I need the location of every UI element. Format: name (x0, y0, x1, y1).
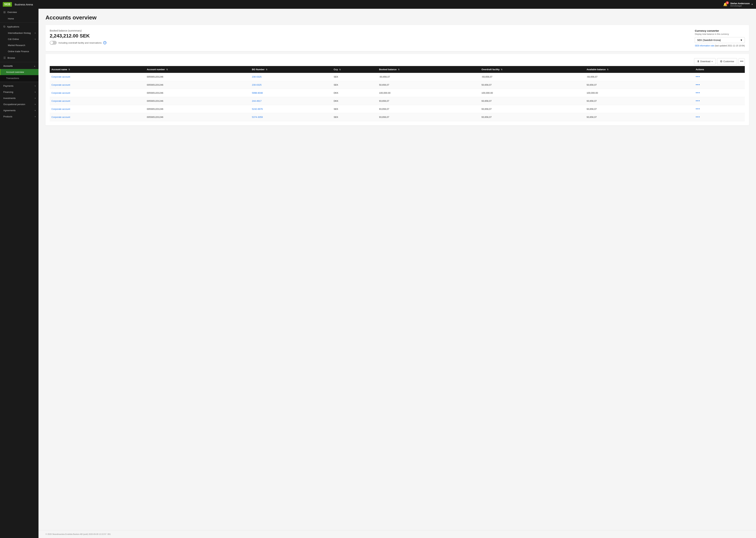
actions-menu-button-1[interactable]: ••• (696, 83, 700, 86)
col-booked-balance[interactable]: Booked balance ⇅ (377, 66, 480, 73)
sidebar-payments-label: Payments (3, 84, 33, 87)
col-account-name[interactable]: Account name ⇅ (50, 66, 145, 73)
sidebar-item-home[interactable]: Home (0, 16, 38, 22)
cell-available-balance-2: 100,000.00 (585, 89, 694, 97)
sidebar-applications-label: Applications (7, 26, 36, 28)
table-header: Account name ⇅ Account number ⇅ BG Numbe… (50, 66, 745, 73)
col-ccy-label: Ccy (334, 68, 338, 71)
topbar-right: 🔔 8 Stefan Andersson Demobolaget ▼ (723, 2, 753, 7)
download-button[interactable]: ⬇ Download ▾ (694, 58, 716, 65)
cell-ccy-3: DKK (332, 97, 377, 105)
col-overdraft-facility[interactable]: Overdraft facility ⇅ (480, 66, 585, 73)
actions-menu-button-4[interactable]: ••• (696, 107, 700, 111)
col-actions: Actions (694, 66, 745, 73)
sidebar-item-online-trade-finance[interactable]: Online trade Finance (0, 48, 38, 54)
cell-account-name-1: Corporate account (50, 81, 145, 89)
financing-chevron-icon: ▾ (35, 91, 36, 93)
sidebar-item-payments[interactable]: Payments ▾ (0, 83, 38, 89)
table-row: Corporate account 0055651201246 5242-897… (50, 105, 745, 113)
actions-menu-button-2[interactable]: ••• (696, 91, 700, 94)
sidebar-divider-3 (0, 82, 38, 82)
col-account-number[interactable]: Account number ⇅ (145, 66, 250, 73)
download-chevron-icon: ▾ (712, 60, 713, 63)
actions-menu-button-3[interactable]: ••• (696, 99, 700, 103)
account-name-link-5[interactable]: Corporate account (51, 116, 70, 118)
sidebar-item-products[interactable]: Products ▾ (0, 114, 38, 120)
table-row: Corporate account 0055651201246 244-4917… (50, 97, 745, 105)
col-ccy[interactable]: Ccy ⇅ (332, 66, 377, 73)
toolbar: ⬇ Download ▾ ⚙ Customise ••• (50, 58, 745, 65)
sort-overdraft-icon: ⇅ (501, 69, 502, 71)
toggle-label: Including overdraft facility and reserva… (59, 41, 102, 44)
cell-ccy-4: SEK (332, 105, 377, 113)
sidebar-investments-label: Investments (3, 97, 33, 99)
actions-menu-button-5[interactable]: ••• (696, 115, 700, 119)
sidebar-item-accounts[interactable]: Accounts ▲ (0, 63, 38, 69)
notification-bell[interactable]: 🔔 8 (723, 2, 728, 7)
customise-icon: ⚙ (720, 60, 722, 63)
bg-number-link-2[interactable]: 5998-8048 (252, 91, 263, 94)
col-bg-number-label: BG Number (252, 68, 264, 71)
sidebar-item-occupational-pension[interactable]: Occupational pension ▾ (0, 101, 38, 107)
home-icon: ⊞ (3, 11, 6, 14)
bg-number-link-4[interactable]: 5242-8976 (252, 108, 263, 110)
payments-chevron-icon: ▾ (35, 85, 36, 87)
cell-ccy-5: SEK (332, 113, 377, 121)
table-row: Corporate account 0055651201246 230-0325… (50, 81, 745, 89)
user-info[interactable]: Stefan Andersson Demobolaget ▼ (730, 2, 753, 7)
cell-bg-number-5: 5374-3059 (250, 113, 332, 121)
sidebar-item-cni[interactable]: C&I Online ▾ (0, 36, 38, 42)
cell-account-number-1: 0055651201246 (145, 81, 250, 89)
sidebar-item-transactions[interactable]: Transactions (0, 75, 38, 81)
sidebar-transactions-label: Transactions (6, 77, 36, 80)
cell-account-name-5: Corporate account (50, 113, 145, 121)
sidebar-item-overview[interactable]: ⊞ Overview (0, 9, 38, 16)
main-content: Accounts overview Booked balance (summma… (38, 9, 756, 538)
sidebar-item-browse[interactable]: ☰ Browse (0, 54, 38, 61)
balance-section: Booked balance (summmary) 2,243,212.00 S… (50, 29, 745, 47)
sidebar-item-account-overview[interactable]: Account overview (0, 69, 38, 75)
cell-available-balance-5: 93,656,07 (585, 113, 694, 121)
col-booked-balance-label: Booked balance (379, 68, 397, 71)
seb-rate-link[interactable]: SEB information rate (695, 44, 714, 47)
sidebar-internetbanken-label: Internetbanken företag (3, 32, 33, 34)
sidebar-item-investments[interactable]: Investments ▾ (0, 95, 38, 101)
sidebar-item-agreements[interactable]: Agreements ▾ (0, 107, 38, 114)
actions-menu-button-0[interactable]: ••• (696, 75, 700, 79)
topbar-title: Business Arena (15, 3, 33, 6)
account-name-link-0[interactable]: Corporate account (51, 76, 70, 78)
sidebar-ocp-label: Occupational pension (3, 103, 33, 106)
sidebar-item-market-research[interactable]: Market Research (0, 42, 38, 48)
col-available-balance[interactable]: Available balance ⇅ (585, 66, 694, 73)
bg-number-link-0[interactable]: 230-0325 (252, 76, 261, 78)
sidebar-item-financing[interactable]: Financing ▾ (0, 89, 38, 95)
cell-overdraft-facility-1: 50,656,07 (480, 81, 585, 89)
info-icon[interactable]: ? (103, 41, 106, 44)
user-company: Demobolaget (730, 5, 750, 7)
sidebar-item-internetbanken[interactable]: Internetbanken företag ▾ (0, 30, 38, 36)
sidebar-browse-label: Browse (8, 57, 36, 59)
sort-account-name-icon: ⇅ (69, 69, 70, 71)
more-options-button[interactable]: ••• (738, 58, 745, 65)
sidebar-item-applications[interactable]: ⧉ Applications (0, 23, 38, 30)
account-name-link-1[interactable]: Corporate account (51, 83, 70, 86)
user-chevron-icon: ▼ (751, 3, 753, 6)
sidebar-products-label: Products (3, 115, 33, 118)
cell-booked-balance-5: 93,656,07 (377, 113, 480, 121)
account-name-link-3[interactable]: Corporate account (51, 100, 70, 102)
cell-booked-balance-2: 100,000.00 (377, 89, 480, 97)
bg-number-link-5[interactable]: 5374-3059 (252, 116, 263, 118)
seb-logo: SEB (3, 2, 12, 7)
toggle-switch[interactable] (50, 41, 57, 45)
sidebar: ⊞ Overview Home ⧉ Applications Internetb… (0, 9, 38, 538)
table-row: Corporate account 0055651201246 5374-305… (50, 113, 745, 121)
account-name-link-2[interactable]: Corporate account (51, 91, 70, 94)
bg-number-link-3[interactable]: 244-4917 (252, 100, 261, 102)
cell-account-number-5: 0055651201246 (145, 113, 250, 121)
col-bg-number[interactable]: BG Number ⇅ (250, 66, 332, 73)
bg-number-link-1[interactable]: 230-0325 (252, 83, 261, 86)
account-name-link-4[interactable]: Corporate account (51, 108, 70, 110)
customise-button[interactable]: ⚙ Customise (717, 58, 737, 65)
currency-select-dropdown[interactable]: SEK (Swedish Krona) ▼ (695, 37, 745, 43)
page-title: Accounts overview (45, 14, 749, 21)
